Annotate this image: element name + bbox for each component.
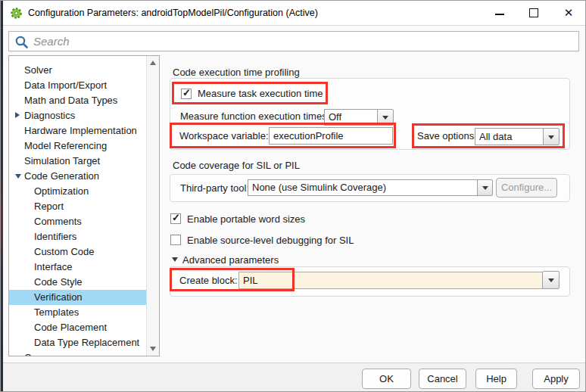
portable-word-sizes-label: Enable portable word sizes	[187, 213, 305, 225]
scroll-up-icon[interactable]	[150, 61, 156, 65]
section-title-coverage: Code coverage for SIL or PIL	[173, 160, 300, 171]
close-icon: ✕	[564, 6, 574, 19]
tree-items: SolverData Import/ExportMath and Data Ty…	[9, 63, 147, 356]
title-bar[interactable]: Configuration Parameters: androidTopMode…	[1, 1, 586, 26]
sidebar-item-diagnostics[interactable]: Diagnostics	[9, 108, 147, 123]
sidebar-item-data-type-replacement[interactable]: Data Type Replacement	[9, 335, 147, 350]
sidebar-item-templates[interactable]: Templates	[9, 305, 147, 320]
chevron-down-icon	[482, 186, 488, 190]
workspace-variable-field[interactable]: executionProfile	[269, 127, 393, 145]
sidebar-item-label: Comments	[34, 216, 82, 227]
simulink-gear-icon	[10, 7, 23, 20]
sidebar-item-label: Data Type Replacement	[34, 337, 139, 348]
sidebar-item-label: Data Import/Export	[24, 79, 107, 91]
chevron-down-icon	[548, 135, 554, 139]
configuration-parameters-dialog: Configuration Parameters: androidTopMode…	[0, 0, 586, 392]
sidebar-item-label: Simulation Target	[24, 155, 100, 166]
sidebar-item-custom-code[interactable]: Custom Code	[9, 244, 147, 260]
create-block-select[interactable]: PIL	[238, 272, 543, 289]
sidebar-item-label: Optimization	[34, 185, 89, 197]
sidebar-item-code-generation[interactable]: Code Generation	[9, 169, 147, 184]
maximize-button[interactable]	[524, 1, 544, 25]
sidebar-item-label: Hardware Implementation	[24, 125, 137, 136]
close-button[interactable]: ✕	[559, 1, 578, 25]
maximize-icon	[529, 8, 538, 17]
workspace-variable-label: Workspace variable:	[179, 130, 269, 142]
search-input[interactable]: Search	[8, 31, 579, 51]
chevron-down-icon	[382, 116, 388, 120]
advanced-parameters-title[interactable]: Advanced parameters	[182, 254, 279, 266]
sidebar-item-solver[interactable]: Solver	[9, 63, 147, 78]
apply-button[interactable]: Apply	[532, 369, 580, 389]
create-block-dropdown-button[interactable]	[542, 271, 560, 289]
save-options-select[interactable]: All data	[475, 128, 544, 145]
help-button[interactable]: Help	[475, 369, 517, 389]
measure-task-checkbox[interactable]: ✓	[181, 89, 192, 99]
sidebar-item-identifiers[interactable]: Identifiers	[9, 229, 147, 244]
portable-word-sizes-checkbox[interactable]: ✓	[170, 213, 181, 224]
sidebar-item-label: Coverage	[24, 352, 67, 356]
sidebar-item-model-referencing[interactable]: Model Referencing	[9, 138, 147, 154]
sidebar-item-label: Report	[34, 201, 64, 212]
check-icon: ✓	[172, 212, 180, 223]
measure-function-select[interactable]: Off	[324, 109, 378, 126]
sidebar-item-simulation-target[interactable]: Simulation Target	[9, 154, 147, 169]
sidebar-item-code-style[interactable]: Code Style	[9, 275, 147, 290]
sidebar-item-label: Diagnostics	[24, 110, 75, 121]
category-tree: SolverData Import/ExportMath and Data Ty…	[8, 55, 160, 356]
sidebar-item-label: Verification	[34, 291, 83, 303]
third-party-tool-dropdown-button[interactable]	[477, 179, 493, 196]
sidebar-item-verification[interactable]: Verification	[9, 290, 147, 305]
search-icon	[14, 35, 29, 49]
ok-button[interactable]: OK	[362, 369, 411, 389]
scroll-down-icon[interactable]	[150, 347, 156, 351]
third-party-tool-label: Third-party tool:	[180, 182, 249, 194]
sidebar-item-label: Templates	[34, 306, 79, 318]
sidebar-item-optimization[interactable]: Optimization	[9, 184, 147, 199]
save-options-dropdown-button[interactable]	[543, 128, 560, 145]
source-level-debugging-checkbox[interactable]: ✓	[170, 235, 181, 245]
sidebar-item-comments[interactable]: Comments	[9, 214, 147, 229]
minimize-icon	[495, 14, 504, 15]
sidebar-item-label: Custom Code	[34, 246, 94, 257]
section-title-profiling: Code execution time profiling	[173, 67, 300, 78]
chevron-down-icon	[548, 278, 554, 282]
check-icon: ✓	[182, 87, 191, 98]
measure-task-label: Measure task execution time	[198, 88, 323, 99]
source-level-debugging-label: Enable source-level debugging for SIL	[187, 235, 354, 246]
sidebar-item-label: Model Referencing	[24, 140, 107, 151]
tree-scrollbar[interactable]	[146, 56, 159, 356]
sidebar-item-label: Code Placement	[34, 322, 107, 333]
button-bar: OK Cancel Help Apply	[1, 362, 586, 392]
window-title: Configuration Parameters: androidTopMode…	[28, 1, 318, 26]
configure-button[interactable]: Configure...	[496, 178, 557, 198]
sidebar-item-label: Math and Data Types	[24, 95, 117, 106]
cancel-button[interactable]: Cancel	[419, 369, 466, 389]
sidebar-item-label: Identifiers	[34, 231, 76, 242]
sidebar-item-label: Code Generation	[24, 170, 99, 182]
minimize-button[interactable]	[490, 1, 510, 25]
sidebar-item-coverage[interactable]: Coverage	[9, 350, 147, 356]
sidebar-item-math-and-data-types[interactable]: Math and Data Types	[9, 93, 147, 108]
sidebar-item-report[interactable]: Report	[9, 199, 147, 214]
desktop-background-sliver	[1, 1, 3, 392]
create-block-label: Create block:	[179, 275, 238, 286]
save-options-label: Save options:	[417, 130, 477, 142]
advanced-parameters-expander-icon[interactable]	[172, 257, 178, 262]
sidebar-item-label: Code Style	[34, 276, 83, 288]
sidebar-item-label: Interface	[34, 261, 73, 272]
measure-function-dropdown-button[interactable]	[377, 109, 394, 126]
search-placeholder: Search	[33, 32, 70, 51]
sidebar-item-code-placement[interactable]: Code Placement	[9, 320, 147, 335]
measure-function-label: Measure function execution times:	[180, 110, 329, 122]
tree-collapsed-icon[interactable]	[15, 112, 20, 118]
sidebar-item-interface[interactable]: Interface	[9, 260, 147, 275]
sidebar-item-label: Solver	[24, 64, 52, 76]
third-party-tool-select[interactable]: None (use Simulink Coverage)	[248, 179, 478, 196]
sidebar-item-data-import-export[interactable]: Data Import/Export	[9, 78, 147, 93]
sidebar-item-hardware-implementation[interactable]: Hardware Implementation	[9, 123, 147, 138]
tree-expanded-icon[interactable]	[15, 174, 21, 179]
